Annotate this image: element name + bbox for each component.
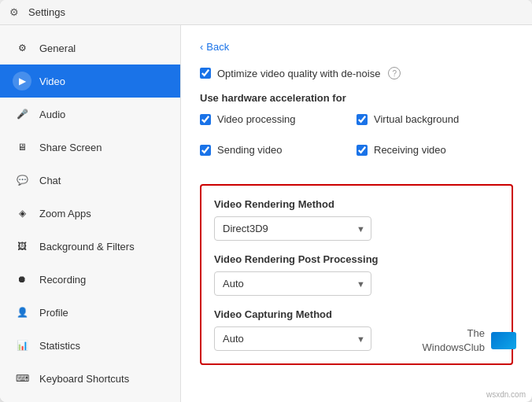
back-label: Back [206, 41, 229, 53]
titlebar: ⚙ Settings [0, 0, 532, 25]
sidebar-item-share-screen[interactable]: 🖥Share Screen [0, 131, 180, 164]
capturing-method-select-wrapper: Auto DirectShow MediaFoundation ▼ [214, 326, 371, 351]
info-icon[interactable]: ? [388, 67, 401, 79]
sidebar-item-label-share-screen: Share Screen [39, 142, 102, 153]
receiving-video-row: Receiving video [357, 144, 513, 156]
right-checkboxes: Virtual background Receiving video [357, 113, 513, 168]
chevron-left-icon: ‹ [200, 41, 203, 53]
watermark: The WindowsClub [423, 326, 516, 355]
background-filters-icon: 🖼 [13, 237, 31, 256]
settings-window: ⚙ Settings ⚙General▶Video🎤Audio🖥Share Sc… [0, 0, 532, 402]
sidebar-item-accessibility[interactable]: ♿Accessibility [0, 395, 180, 402]
sidebar: ⚙General▶Video🎤Audio🖥Share Screen💬Chat◈Z… [0, 25, 181, 402]
sidebar-item-video[interactable]: ▶Video [0, 65, 180, 98]
sidebar-item-label-profile: Profile [39, 307, 68, 319]
profile-icon: 👤 [13, 303, 31, 322]
sidebar-item-label-zoom-apps: Zoom Apps [39, 208, 91, 219]
window-title: Settings [28, 6, 65, 18]
optimize-label: Optimize video quality with de-noise [217, 68, 380, 79]
sidebar-item-background-filters[interactable]: 🖼Background & Filters [0, 230, 180, 263]
sidebar-item-label-chat: Chat [39, 175, 61, 186]
sidebar-item-label-audio: Audio [39, 109, 65, 120]
left-checkboxes: Video processing Sending video [200, 113, 357, 168]
chat-icon: 💬 [13, 171, 31, 190]
watermark-line2: WindowsClub [423, 341, 485, 355]
video-processing-label: Video processing [217, 113, 296, 125]
sidebar-item-recording[interactable]: ⏺Recording [0, 263, 180, 296]
sending-video-checkbox[interactable] [200, 145, 211, 156]
statistics-icon: 📊 [13, 336, 31, 355]
rendering-method-select[interactable]: Direct3D9 Auto Direct3D11 OpenGL [214, 216, 371, 241]
sidebar-item-label-statistics: Statistics [39, 340, 80, 352]
rendering-post-select-wrapper: Auto Enable Disable ▼ [214, 271, 371, 296]
sidebar-item-audio[interactable]: 🎤Audio [0, 98, 180, 131]
sidebar-item-label-video: Video [39, 76, 65, 87]
share-screen-icon: 🖥 [13, 138, 31, 157]
watermark-logo [491, 332, 516, 349]
sidebar-item-label-keyboard-shortcuts: Keyboard Shortcuts [39, 373, 129, 385]
video-processing-checkbox[interactable] [200, 114, 211, 125]
optimize-checkbox[interactable] [200, 68, 211, 79]
wsxdn-watermark: wsxdn.com [486, 390, 526, 399]
settings-icon: ⚙ [9, 6, 22, 19]
sending-video-label: Sending video [217, 144, 282, 156]
sidebar-item-general[interactable]: ⚙General [0, 31, 180, 65]
sidebar-item-profile[interactable]: 👤Profile [0, 296, 180, 329]
rendering-post-title: Video Rendering Post Processing [214, 253, 499, 265]
hardware-checkboxes: Video processing Sending video Virtual b… [200, 113, 513, 168]
keyboard-shortcuts-icon: ⌨ [13, 369, 31, 388]
sending-video-row: Sending video [200, 144, 357, 156]
sidebar-item-statistics[interactable]: 📊Statistics [0, 329, 180, 362]
sidebar-item-zoom-apps[interactable]: ◈Zoom Apps [0, 197, 180, 230]
sidebar-item-chat[interactable]: 💬Chat [0, 164, 180, 197]
capturing-method-title: Video Capturing Method [214, 308, 499, 320]
receiving-video-checkbox[interactable] [357, 145, 368, 156]
back-link[interactable]: ‹ Back [200, 41, 513, 53]
content-area: ⚙General▶Video🎤Audio🖥Share Screen💬Chat◈Z… [0, 25, 532, 402]
audio-icon: 🎤 [13, 105, 31, 124]
rendering-post-group: Video Rendering Post Processing Auto Ena… [214, 253, 499, 296]
video-processing-row: Video processing [200, 113, 357, 125]
zoom-apps-icon: ◈ [13, 204, 31, 223]
video-icon: ▶ [13, 72, 31, 90]
recording-icon: ⏺ [13, 270, 31, 289]
rendering-method-select-wrapper: Direct3D9 Auto Direct3D11 OpenGL ▼ [214, 216, 371, 241]
virtual-background-row: Virtual background [357, 113, 513, 125]
rendering-method-title: Video Rendering Method [214, 198, 499, 210]
capturing-method-select[interactable]: Auto DirectShow MediaFoundation [214, 326, 371, 351]
general-icon: ⚙ [13, 39, 31, 57]
receiving-video-label: Receiving video [374, 144, 446, 156]
virtual-background-label: Virtual background [374, 113, 459, 125]
rendering-method-group: Video Rendering Method Direct3D9 Auto Di… [214, 198, 499, 241]
sidebar-item-label-recording: Recording [39, 274, 86, 286]
rendering-post-select[interactable]: Auto Enable Disable [214, 271, 371, 296]
sidebar-item-label-general: General [39, 42, 76, 54]
virtual-background-checkbox[interactable] [357, 114, 368, 125]
sidebar-item-keyboard-shortcuts[interactable]: ⌨Keyboard Shortcuts [0, 362, 180, 395]
main-panel: ‹ Back Optimize video quality with de-no… [181, 25, 532, 402]
hardware-title: Use hardware acceleration for [200, 92, 513, 104]
optimize-row: Optimize video quality with de-noise ? [200, 67, 513, 79]
watermark-line1: The [423, 326, 485, 341]
sidebar-item-label-background-filters: Background & Filters [39, 241, 135, 253]
